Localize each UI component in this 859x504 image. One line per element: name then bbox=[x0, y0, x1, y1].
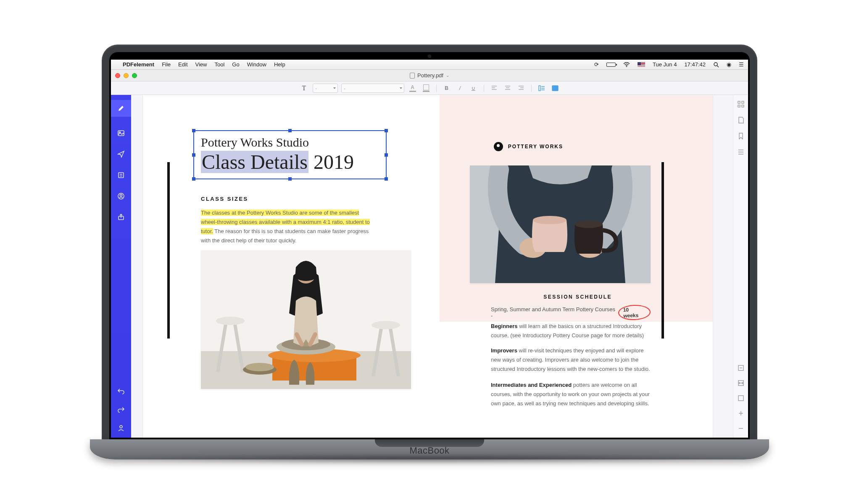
document-title: Class Details 2019 bbox=[201, 150, 379, 173]
input-source-flag-icon[interactable] bbox=[638, 62, 645, 67]
menu-view[interactable]: View bbox=[195, 61, 207, 68]
document-canvas[interactable]: Pottery Works Studio Class Details 2019 … bbox=[131, 95, 733, 438]
font-size-select[interactable]: - bbox=[313, 84, 338, 93]
zoom-actual-button[interactable] bbox=[738, 395, 744, 402]
document-icon bbox=[410, 73, 415, 79]
session-term-row: Spring, Summer and Autumn Term Pottery C… bbox=[491, 305, 651, 320]
image-tool[interactable] bbox=[116, 129, 126, 138]
window-titlebar: Pottery.pdf ⌄ bbox=[111, 70, 748, 81]
pdf-page: Pottery Works Studio Class Details 2019 … bbox=[143, 95, 713, 438]
zoom-out-button[interactable] bbox=[738, 425, 744, 432]
title-highlighted-text: Class Details bbox=[201, 151, 308, 173]
menu-tool[interactable]: Tool bbox=[214, 61, 224, 68]
send-tool[interactable] bbox=[116, 150, 126, 159]
svg-rect-6 bbox=[119, 173, 124, 178]
outline-panel-button[interactable] bbox=[738, 149, 744, 155]
title-dropdown-icon[interactable]: ⌄ bbox=[446, 73, 449, 78]
zoom-width-button[interactable] bbox=[738, 380, 744, 386]
photo-pottery-wheel bbox=[201, 250, 411, 389]
macbook-screen: PDFelement File Edit View Tool Go Window… bbox=[111, 60, 748, 438]
svg-rect-27 bbox=[738, 101, 740, 103]
spotlight-icon[interactable] bbox=[713, 62, 719, 68]
redo-button[interactable] bbox=[116, 405, 126, 414]
menu-go[interactable]: Go bbox=[232, 61, 239, 68]
menu-app-name[interactable]: PDFelement bbox=[123, 61, 154, 68]
brand-name: POTTERY WORKS bbox=[508, 144, 563, 150]
beginners-label: Beginners bbox=[491, 323, 518, 329]
page-panel-button[interactable] bbox=[738, 117, 744, 123]
svg-point-8 bbox=[120, 194, 122, 197]
advanced-paragraph: Intermediates and Experienced potters ar… bbox=[491, 381, 651, 408]
svg-point-14 bbox=[372, 321, 400, 329]
brand-block: POTTERY WORKS bbox=[494, 142, 563, 151]
align-center-button[interactable] bbox=[503, 83, 513, 93]
align-left-button[interactable] bbox=[489, 83, 499, 93]
title-text-box-selected[interactable]: Pottery Works Studio Class Details 2019 bbox=[193, 130, 387, 179]
improvers-label: Improvers bbox=[491, 347, 517, 354]
right-panel-rail bbox=[733, 95, 748, 438]
svg-point-26 bbox=[575, 220, 603, 228]
menu-help[interactable]: Help bbox=[274, 61, 285, 68]
siri-icon[interactable]: ◉ bbox=[727, 61, 731, 68]
highlight-color-button[interactable] bbox=[421, 83, 431, 93]
crop-mark-right bbox=[661, 162, 664, 339]
crop-mark-left bbox=[167, 162, 170, 339]
svg-rect-2 bbox=[539, 86, 540, 91]
svg-point-0 bbox=[626, 66, 627, 67]
align-right-button[interactable] bbox=[516, 83, 526, 93]
svg-point-1 bbox=[714, 63, 717, 66]
edit-tool[interactable] bbox=[111, 100, 131, 117]
paragraph-block-button[interactable] bbox=[550, 83, 560, 93]
window-minimize-button[interactable] bbox=[124, 73, 129, 78]
brand-logo-icon bbox=[494, 142, 503, 151]
window-traffic-lights bbox=[115, 73, 137, 78]
svg-rect-29 bbox=[738, 105, 740, 107]
zoom-in-button[interactable] bbox=[738, 410, 744, 417]
menubar-time[interactable]: 17:47:42 bbox=[684, 61, 706, 68]
zoom-fit-button[interactable] bbox=[738, 365, 744, 371]
bookmarks-panel-button[interactable] bbox=[738, 133, 744, 139]
class-sizes-paragraph: The classes at the Pottery Works Studio … bbox=[201, 208, 373, 245]
user-button[interactable] bbox=[116, 423, 126, 433]
menu-edit[interactable]: Edit bbox=[178, 61, 187, 68]
paragraph-rest: The reason for this is so that students … bbox=[201, 228, 369, 244]
svg-point-21 bbox=[245, 363, 274, 371]
svg-point-10 bbox=[120, 425, 122, 428]
session-schedule-heading: SESSION SCHEDULE bbox=[543, 294, 612, 300]
undo-button[interactable] bbox=[116, 386, 126, 396]
advanced-label: Intermediates and Experienced bbox=[491, 382, 572, 388]
underline-button[interactable]: ∪ bbox=[469, 83, 479, 93]
svg-rect-33 bbox=[738, 396, 743, 401]
battery-icon[interactable] bbox=[606, 63, 616, 67]
protect-tool[interactable] bbox=[116, 192, 126, 201]
menu-file[interactable]: File bbox=[162, 61, 171, 68]
svg-rect-28 bbox=[742, 101, 744, 103]
svg-point-13 bbox=[216, 317, 245, 325]
italic-button[interactable]: / bbox=[455, 83, 465, 93]
studio-name: Pottery Works Studio bbox=[201, 135, 379, 150]
text-tool-button[interactable]: T bbox=[299, 83, 309, 93]
paragraph-indent-button[interactable] bbox=[537, 83, 547, 93]
improvers-paragraph: Improvers will re-visit techniques they … bbox=[491, 346, 651, 374]
sync-icon[interactable]: ⟳ bbox=[594, 61, 599, 68]
class-sizes-heading: CLASS SIZES bbox=[201, 196, 248, 202]
left-toolbar bbox=[111, 95, 131, 438]
font-family-select[interactable]: - bbox=[341, 84, 404, 93]
form-tool[interactable] bbox=[116, 171, 126, 180]
font-color-button[interactable]: A bbox=[408, 83, 418, 93]
thumbnails-panel-button[interactable] bbox=[738, 101, 744, 108]
window-close-button[interactable] bbox=[115, 73, 120, 78]
window-maximize-button[interactable] bbox=[132, 73, 137, 78]
notifications-icon[interactable]: ☰ bbox=[739, 61, 744, 68]
export-tool[interactable] bbox=[116, 213, 126, 222]
photo-mugs bbox=[470, 165, 651, 283]
svg-point-25 bbox=[533, 216, 567, 224]
duration-circled-annotation: 10 weeks bbox=[618, 304, 651, 321]
macos-menubar: PDFelement File Edit View Tool Go Window… bbox=[111, 60, 748, 70]
wifi-icon[interactable] bbox=[623, 62, 630, 67]
bold-button[interactable]: B bbox=[442, 83, 452, 93]
menubar-date[interactable]: Tue Jun 4 bbox=[653, 61, 677, 68]
format-toolbar: T - - A B / ∪ bbox=[111, 81, 748, 95]
menu-window[interactable]: Window bbox=[247, 61, 266, 68]
session-term-text: Spring, Summer and Autumn Term Pottery C… bbox=[491, 306, 618, 319]
